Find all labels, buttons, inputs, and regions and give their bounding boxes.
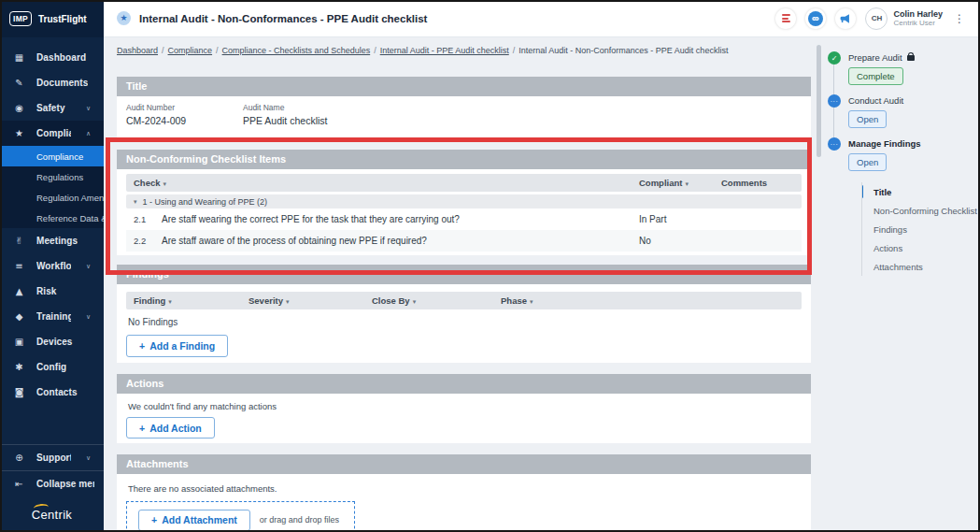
subnav-non-conforming[interactable]: Non-Conforming Checklist It...: [862, 201, 977, 220]
breadcrumb-link-compliance[interactable]: Compliance: [168, 46, 213, 55]
sort-caret-icon: ▾: [685, 180, 689, 188]
sidebar-item-compliance[interactable]: ★ Compliance ∧: [0, 121, 104, 146]
brand-name: TrustFlight: [38, 14, 87, 24]
sidebar-subitem-regulations[interactable]: Regulations: [0, 166, 104, 187]
section-findings-header: Findings: [117, 265, 811, 284]
share-link-button[interactable]: [805, 8, 826, 29]
drop-hint-text: or drag and drop files: [260, 515, 339, 525]
compliant-value: In Part: [639, 214, 721, 224]
chevron-down-icon: ∨: [82, 454, 94, 462]
sidebar-item-workflows[interactable]: ≡ Workflows ∨: [0, 253, 104, 279]
row-number: 2.1: [134, 214, 162, 224]
sidebar-item-risk[interactable]: ▲ Risk: [0, 279, 104, 304]
column-severity[interactable]: Severity▾: [249, 295, 372, 306]
announcements-button[interactable]: [835, 8, 856, 29]
audit-number-value: CM-2024-009: [126, 115, 243, 126]
collapse-caret-icon[interactable]: ▾: [134, 198, 137, 206]
kebab-menu-icon[interactable]: ⋮: [952, 12, 967, 25]
field-audit-number: Audit Number CM-2024-009: [126, 103, 243, 137]
column-close-by[interactable]: Close By▾: [372, 295, 501, 306]
sidebar-item-contacts[interactable]: ◙ Contacts: [0, 380, 104, 405]
findings-empty-text: No Findings: [128, 317, 802, 327]
documents-icon: ✎: [13, 78, 25, 88]
step-inprogress-icon: ···: [828, 137, 841, 151]
step-inprogress-icon: ···: [828, 94, 841, 108]
step-label: Manage Findings: [848, 137, 977, 150]
breadcrumb-current: Internal Audit - Non-Conformances - PPE …: [518, 46, 728, 55]
sort-caret-icon: ▾: [413, 298, 417, 306]
training-icon: ◆: [13, 311, 25, 322]
attachments-empty-text: There are no associated attachments.: [128, 483, 802, 494]
top-bar: ★ Internal Audit - Non-Conformances - PP…: [104, 0, 980, 37]
conduct-audit-status-badge[interactable]: Open: [848, 110, 887, 128]
column-check[interactable]: Check▾: [134, 178, 639, 188]
sidebar-item-documents[interactable]: ✎ Documents: [0, 70, 104, 95]
findings-table-header: Finding▾ Severity▾ Close By▾ Phase▾: [126, 292, 802, 309]
megaphone-icon: [839, 12, 852, 25]
sidebar-subitem-reference-data[interactable]: Reference Data & Ana...: [0, 208, 104, 228]
sidebar-subitem-regulation-amendments[interactable]: Regulation Amendments: [0, 187, 104, 208]
section-attachments-header: Attachments: [117, 454, 811, 474]
check-question: Are staff aware of the process of obtain…: [162, 236, 639, 246]
audit-document-star-icon: ★: [117, 11, 131, 25]
subnav-attachments[interactable]: Attachments: [862, 257, 977, 276]
checklist-row[interactable]: 2.1 Are staff wearing the correct PPE fo…: [126, 208, 802, 230]
section-title: Title Audit Number CM-2024-009 Audit Nam…: [117, 77, 811, 137]
vertical-scrollbar[interactable]: [817, 45, 821, 157]
audit-card: Title Audit Number CM-2024-009 Audit Nam…: [117, 77, 811, 532]
prepare-audit-status-badge[interactable]: Complete: [848, 67, 903, 85]
support-icon: ⊕: [13, 453, 25, 463]
column-phase[interactable]: Phase▾: [501, 295, 802, 306]
attachment-dropzone[interactable]: + Add Attachment or drag and drop files: [126, 501, 355, 532]
imp-logo-badge: IMP: [9, 11, 32, 26]
safety-icon: ◉: [13, 103, 25, 113]
sidebar-item-safety[interactable]: ◉ Safety ∨: [0, 95, 104, 121]
sidebar-item-config[interactable]: ✱ Config: [0, 354, 104, 380]
sidebar-item-collapse-menu[interactable]: ⇤ Collapse menu: [0, 471, 104, 496]
column-compliant[interactable]: Compliant▾: [639, 178, 721, 188]
breadcrumb-link-checklists[interactable]: Compliance - Checklists and Schedules: [222, 46, 371, 55]
section-checklist: Non-Conforming Checklist Items Check▾ Co…: [117, 150, 811, 255]
subnav-title[interactable]: Title: [862, 182, 977, 201]
add-attachment-button[interactable]: + Add Attachment: [138, 510, 250, 531]
step-label: Conduct Audit: [848, 94, 977, 107]
field-audit-name: Audit Name PPE Audit checklist: [243, 103, 327, 137]
audit-stepper: ✓ Prepare Audit Complete ··· Conduct Aud…: [828, 51, 977, 276]
step-conduct-audit: ··· Conduct Audit Open: [828, 94, 977, 128]
audit-name-value: PPE Audit checklist: [243, 115, 327, 126]
add-action-button[interactable]: + Add Action: [126, 417, 215, 439]
user-menu[interactable]: CH Colin Harley Centrik User: [865, 7, 943, 30]
sidebar-item-training[interactable]: ◆ Training ∨: [0, 304, 104, 329]
devices-icon: ▣: [13, 337, 25, 347]
section-actions-header: Actions: [117, 374, 811, 394]
sidebar-item-dashboard[interactable]: ▦ Dashboard: [0, 45, 104, 70]
collapse-menu-icon: ⇤: [13, 479, 25, 489]
centrik-logo: Centrik: [32, 508, 72, 522]
sidebar-item-devices[interactable]: ▣ Devices: [0, 329, 104, 354]
user-role: Centrik User: [893, 19, 943, 27]
checklist-row[interactable]: 2.2 Are staff aware of the process of ob…: [126, 230, 802, 252]
sort-caret-icon: ▾: [530, 298, 533, 306]
subnav-actions[interactable]: Actions: [862, 238, 977, 257]
activity-log-button[interactable]: [775, 8, 796, 29]
breadcrumb-link-dashboard[interactable]: Dashboard: [117, 46, 158, 55]
step-manage-findings: ··· Manage Findings Open Title Non-Confo…: [828, 137, 977, 276]
step-complete-check-icon: ✓: [828, 51, 841, 65]
page-title: Internal Audit - Non-Conformances - PPE …: [139, 13, 427, 24]
manage-findings-status-badge[interactable]: Open: [848, 153, 887, 171]
config-icon: ✱: [13, 362, 25, 372]
subnav-findings[interactable]: Findings: [862, 220, 977, 238]
add-finding-button[interactable]: + Add a Finding: [126, 335, 228, 357]
sidebar-subitem-compliance[interactable]: Compliance: [0, 146, 104, 166]
chevron-up-icon: ∧: [82, 130, 94, 137]
brand-logo[interactable]: IMP TrustFlight: [0, 0, 104, 37]
check-question: Are staff wearing the correct PPE for th…: [162, 214, 639, 224]
compliance-group: ★ Compliance ∧ Compliance Regulations Re…: [0, 121, 104, 228]
sidebar-item-meetings[interactable]: ✌ Meetings: [0, 228, 104, 253]
chevron-down-icon: ∨: [82, 105, 94, 112]
checklist-group-row[interactable]: ▾ 1 - Using and Wearing of PPE (2): [126, 194, 802, 208]
column-finding[interactable]: Finding▾: [134, 295, 249, 306]
row-number: 2.2: [134, 236, 162, 246]
breadcrumb-link-internal-audit[interactable]: Internal Audit - PPE Audit checklist: [380, 46, 509, 55]
sidebar-item-support[interactable]: ⊕ Support ∨: [0, 445, 104, 470]
